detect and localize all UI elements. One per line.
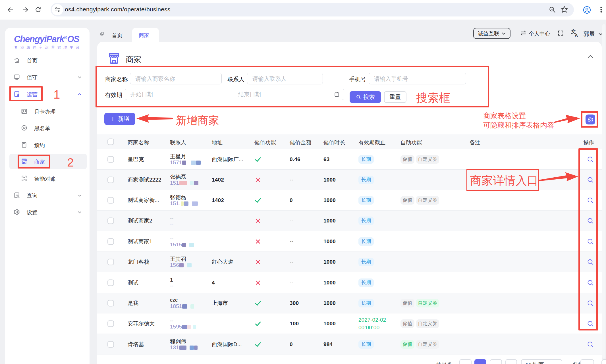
svg-text:A: A — [575, 33, 578, 37]
